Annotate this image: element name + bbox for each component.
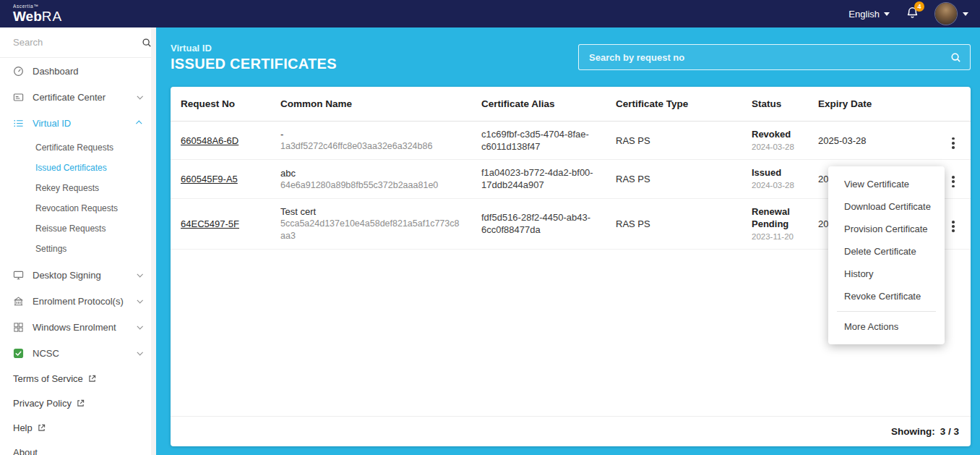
sidebar-item-settings[interactable]: Settings [0, 239, 156, 259]
common-name-hash: 64e6a91280a89b8fb55c372b2aaa81e0 [280, 179, 464, 192]
sidebar-scrollbar[interactable] [151, 27, 156, 455]
row-actions-kebab-icon[interactable] [949, 136, 958, 150]
status-date: 2024-03-28 [752, 180, 801, 191]
brand-ascertia: Ascertia™ [13, 4, 62, 9]
notification-badge: 4 [914, 1, 924, 12]
desktop-signing-icon [13, 270, 25, 281]
request-no-link[interactable]: 660545F9-A5 [181, 174, 238, 184]
help-link[interactable]: Help [0, 415, 156, 440]
enrolment-protocols-icon [13, 296, 25, 307]
search-icon[interactable] [142, 38, 152, 48]
menu-item-history[interactable]: History [828, 263, 945, 285]
column-header-request-no: Request No [171, 87, 270, 122]
chevron-down-icon [137, 297, 142, 303]
status-text: Renewal Pending [752, 205, 801, 230]
request-no-link[interactable]: 64EC5497-5F [181, 218, 239, 229]
sidebar-nav: Dashboard Certificate Center Virtual ID … [0, 58, 156, 455]
sidebar-item-dashboard[interactable]: Dashboard [0, 58, 156, 84]
virtual-id-submenu: Certificate Requests Issued Certificates… [0, 136, 156, 262]
privacy-policy-link[interactable]: Privacy Policy [0, 391, 156, 415]
notifications-button[interactable]: 4 [906, 6, 919, 22]
certificate-alias: f1a04023-b772-4da2-bf00-17ddb244a907 [471, 160, 606, 198]
breadcrumb: Virtual ID [171, 43, 337, 54]
sidebar-search-input[interactable] [12, 36, 142, 48]
dashboard-icon [13, 66, 25, 77]
brand-logo[interactable]: Ascertia™ WebRA [13, 4, 62, 24]
showing-value: 3 / 3 [940, 426, 959, 437]
sidebar-item-rekey-requests[interactable]: Rekey Requests [0, 178, 156, 198]
request-search [578, 44, 971, 70]
chevron-down-icon [137, 271, 142, 277]
certificate-alias: fdf5d516-28f2-4450-ab43-6cc0f88477da [471, 198, 606, 249]
avatar [935, 3, 957, 25]
menu-item-delete-certificate[interactable]: Delete Certificate [828, 240, 945, 263]
ncsc-icon [13, 348, 25, 359]
sidebar-item-enrolment-protocols[interactable]: Enrolment Protocol(s) [0, 288, 156, 314]
menu-item-provision-certificate[interactable]: Provision Certificate [828, 218, 945, 240]
sidebar-item-ncsc[interactable]: NCSC [0, 340, 156, 366]
common-name: - [280, 128, 464, 140]
chevron-down-icon [137, 323, 142, 329]
chevron-down-icon [137, 349, 142, 355]
sidebar-item-label: Virtual ID [33, 118, 71, 129]
showing-label: Showing: [891, 426, 935, 437]
status-text: Revoked [752, 128, 801, 140]
certificate-center-icon [13, 92, 25, 103]
column-header-expiry-date: Expiry Date [808, 87, 932, 122]
sidebar-item-issued-certificates[interactable]: Issued Certificates [0, 158, 156, 178]
sidebar-item-label: Dashboard [33, 66, 79, 77]
certificate-type: RAS PS [606, 160, 742, 198]
topbar-right: English 4 [848, 3, 968, 25]
sidebar-item-certificate-requests[interactable]: Certificate Requests [0, 137, 156, 158]
external-link-icon [77, 399, 85, 407]
about-link[interactable]: About [0, 440, 156, 455]
menu-item-revoke-certificate[interactable]: Revoke Certificate [828, 285, 945, 307]
sidebar-item-revocation-requests[interactable]: Revocation Requests [0, 198, 156, 218]
main-content: Virtual ID ISSUED CERTIFICATES Request N… [156, 27, 980, 455]
request-no-link[interactable]: 660548A6-6D [181, 135, 238, 146]
row-actions-context-menu: View Certificate Download Certificate Pr… [828, 166, 945, 344]
sidebar-item-label: Windows Enrolment [33, 322, 116, 333]
menu-item-more-actions[interactable]: More Actions [828, 315, 945, 338]
search-icon[interactable] [950, 52, 961, 63]
menu-item-view-certificate[interactable]: View Certificate [828, 173, 945, 195]
column-header-common-name: Common Name [270, 87, 471, 122]
external-link-icon [88, 375, 96, 383]
page-title: ISSUED CERTIFICATES [171, 56, 337, 72]
table-header-row: Request No Common Name Certificate Alias… [171, 87, 971, 122]
certificate-type: RAS PS [606, 198, 742, 249]
menu-divider [837, 311, 936, 312]
windows-enrolment-icon [13, 322, 25, 333]
row-actions-kebab-icon[interactable] [949, 219, 958, 234]
column-header-status: Status [742, 87, 808, 122]
sidebar-item-reissue-requests[interactable]: Reissue Requests [0, 218, 156, 239]
certificate-alias: c1c69fbf-c3d5-4704-8fae-c6011d138f47 [471, 122, 606, 160]
external-link-icon [38, 424, 46, 432]
language-label: English [848, 9, 880, 20]
sidebar-item-desktop-signing[interactable]: Desktop Signing [0, 262, 156, 288]
sidebar-item-label: Certificate Center [33, 92, 106, 103]
user-menu[interactable] [935, 3, 968, 25]
sidebar-item-virtual-id[interactable]: Virtual ID [0, 110, 156, 136]
sidebar-item-label: NCSC [33, 348, 59, 359]
row-actions-kebab-icon[interactable] [949, 174, 958, 189]
sidebar-search [0, 27, 156, 58]
chevron-up-icon [136, 120, 142, 126]
sidebar-item-certificate-center[interactable]: Certificate Center [0, 84, 156, 110]
status-text: Issued [752, 166, 801, 179]
certificate-type: RAS PS [606, 122, 742, 160]
menu-item-download-certificate[interactable]: Download Certificate [828, 195, 945, 218]
language-selector[interactable]: English [848, 9, 890, 20]
chevron-down-icon [137, 93, 142, 99]
virtual-id-icon [13, 118, 25, 129]
page-header: Virtual ID ISSUED CERTIFICATES [156, 27, 980, 87]
sidebar-item-windows-enrolment[interactable]: Windows Enrolment [0, 314, 156, 340]
terms-of-service-link[interactable]: Terms of Service [0, 366, 156, 391]
common-name-hash: 5cca5a24d137e10e4a58def821a5af1c773c8aa3 [280, 218, 464, 242]
common-name: abc [280, 167, 464, 179]
table-footer: Showing: 3 / 3 [171, 416, 971, 446]
request-search-input[interactable] [588, 51, 950, 64]
column-header-actions [932, 87, 971, 122]
table-row: 660548A6-6D - 1a3df5272c46ffc8e03aa32e6a… [171, 122, 971, 160]
common-name-hash: 1a3df5272c46ffc8e03aa32e6a324b86 [280, 140, 464, 153]
